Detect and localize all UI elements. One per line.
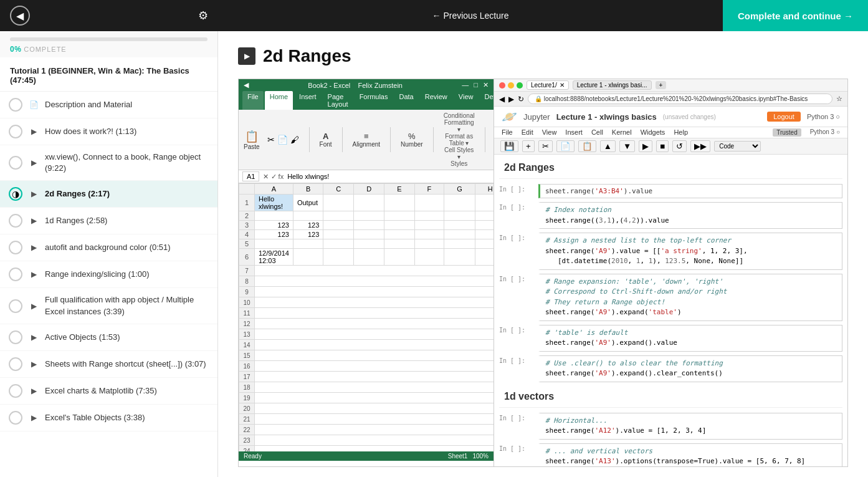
- menu-view[interactable]: View: [542, 128, 557, 137]
- cell-a1[interactable]: Hello xlwings!: [255, 195, 293, 211]
- settings-button[interactable]: ⚙: [198, 9, 208, 22]
- tab-pagelayout[interactable]: Page Layout: [323, 91, 353, 110]
- excel-grid-container[interactable]: A B C D E F G H: [239, 183, 494, 451]
- cell-e2[interactable]: [384, 211, 414, 221]
- cell-f5[interactable]: [414, 239, 444, 249]
- bookmark-icon[interactable]: ☆: [836, 95, 842, 103]
- course-item-10[interactable]: ▶ Sheets with Range shortcut (sheet[...]…: [0, 351, 217, 378]
- copy-cell-btn[interactable]: 📄: [556, 140, 575, 152]
- cell-e3[interactable]: [384, 221, 414, 230]
- browser-refresh-button[interactable]: ↻: [518, 95, 524, 104]
- copy-icon[interactable]: 📄: [277, 135, 288, 145]
- cell-b6[interactable]: [293, 249, 323, 266]
- cell-f3[interactable]: [414, 221, 444, 230]
- cell-c1[interactable]: [323, 195, 354, 211]
- cell-f4[interactable]: [414, 230, 444, 239]
- browser-tab-inactive[interactable]: Lecture 1 - xlwings basi...: [573, 80, 652, 90]
- cell-a3[interactable]: 123: [255, 221, 293, 230]
- cell-b3[interactable]: 123: [293, 221, 323, 230]
- browser-tab-active[interactable]: Lecture1/ ✕: [527, 80, 569, 90]
- cell-styles[interactable]: Cell Styles ▾: [444, 147, 475, 160]
- logout-button[interactable]: Logout: [767, 112, 801, 122]
- course-item-1[interactable]: 📄 Description and Material: [0, 92, 217, 118]
- tab-view[interactable]: View: [454, 91, 479, 110]
- cell-b4[interactable]: 123: [293, 230, 323, 239]
- cell-type-selector[interactable]: Code Markdown: [714, 141, 761, 152]
- move-up-btn[interactable]: ▲: [600, 140, 616, 152]
- cell-g3[interactable]: [444, 221, 475, 230]
- run-all-btn[interactable]: ▶▶: [690, 140, 710, 152]
- cell-f2[interactable]: [414, 211, 444, 221]
- stop-btn[interactable]: ■: [656, 140, 669, 152]
- course-item-6[interactable]: ▶ autofit and background color (0:51): [0, 234, 217, 261]
- code-cell-5[interactable]: # 'table' is default sheet.range('A9').e…: [538, 325, 842, 352]
- code-cell-4[interactable]: # Range expansion: 'table', 'down', 'rig…: [538, 274, 842, 321]
- cell-ref-box[interactable]: A1: [242, 171, 259, 181]
- cell-h4[interactable]: [475, 230, 494, 239]
- restart-btn[interactable]: ↺: [672, 140, 687, 152]
- conditional-format[interactable]: Conditional Formatting ▾: [444, 112, 475, 133]
- course-item-7[interactable]: ▶ Range indexing/slicing (1:00): [0, 261, 217, 288]
- cell-h6[interactable]: [475, 249, 494, 266]
- cell-a6[interactable]: 12/9/2014 12:03: [255, 249, 293, 266]
- cell-d5[interactable]: [354, 239, 384, 249]
- tab-review[interactable]: Review: [420, 91, 452, 110]
- menu-help[interactable]: Help: [674, 128, 688, 137]
- maximize-icon[interactable]: □: [474, 81, 478, 89]
- cell-g5[interactable]: [444, 239, 475, 249]
- url-bar[interactable]: 🔒 localhost:8888/notebooks/Lecture1/Lect…: [528, 94, 832, 104]
- tab-file[interactable]: File: [242, 91, 264, 110]
- cell-d2[interactable]: [354, 211, 384, 221]
- tab-home[interactable]: Home: [265, 91, 293, 110]
- format-painter-icon[interactable]: 🖌: [290, 135, 299, 145]
- paste-cell-btn[interactable]: 📋: [578, 140, 596, 152]
- back-button[interactable]: ◀: [10, 6, 30, 26]
- add-cell-btn[interactable]: +: [522, 140, 535, 152]
- maximize-dot[interactable]: [517, 82, 523, 89]
- format-table[interactable]: Format as Table ▾: [444, 133, 475, 147]
- course-item-3[interactable]: ▶ xw.view(), Connect to a book, Range ob…: [0, 145, 217, 181]
- cell-d4[interactable]: [354, 230, 384, 239]
- course-item-5[interactable]: ▶ 1d Ranges (2:58): [0, 208, 217, 234]
- menu-insert[interactable]: Insert: [565, 128, 583, 137]
- excel-panel[interactable]: ◀ Book2 - Excel Felix Zumstein — □ ✕ Fil…: [238, 79, 494, 467]
- cell-d3[interactable]: [354, 221, 384, 230]
- menu-cell[interactable]: Cell: [591, 128, 603, 137]
- course-item-8[interactable]: ▶ Full qualification with app object / M…: [0, 288, 217, 324]
- bold-button[interactable]: A: [320, 132, 332, 141]
- close-icon[interactable]: ✕: [483, 81, 489, 89]
- cell-c5[interactable]: [323, 239, 354, 249]
- menu-edit[interactable]: Edit: [522, 128, 533, 137]
- align-icon[interactable]: ≡: [353, 132, 380, 141]
- move-down-btn[interactable]: ▼: [619, 140, 635, 152]
- course-item-2[interactable]: ▶ How does it work?! (1:13): [0, 118, 217, 145]
- close-dot[interactable]: [499, 82, 505, 89]
- cut-cell-btn[interactable]: ✂: [538, 140, 553, 152]
- cell-h5[interactable]: [475, 239, 494, 249]
- cell-f1[interactable]: [414, 195, 444, 211]
- code-cell-8[interactable]: # ... and vertical vectors sheet.range('…: [538, 443, 842, 467]
- tab-formulas[interactable]: Formulas: [355, 91, 393, 110]
- new-tab-button[interactable]: +: [656, 81, 667, 89]
- paste-icon[interactable]: 📋: [245, 130, 259, 143]
- cell-e5[interactable]: [384, 239, 414, 249]
- cell-c6[interactable]: [323, 249, 354, 266]
- menu-kernel[interactable]: Kernel: [612, 128, 632, 137]
- cell-g4[interactable]: [444, 230, 475, 239]
- cell-c4[interactable]: [323, 230, 354, 239]
- cell-a2[interactable]: [255, 211, 293, 221]
- browser-forward-button[interactable]: ▶: [508, 95, 514, 104]
- cell-d1[interactable]: [354, 195, 384, 211]
- menu-file[interactable]: File: [502, 128, 513, 137]
- complete-continue-button[interactable]: Complete and continue →: [723, 0, 868, 31]
- cell-d6[interactable]: [354, 249, 384, 266]
- cell-f6[interactable]: [414, 249, 444, 266]
- cell-c2[interactable]: [323, 211, 354, 221]
- number-icon[interactable]: %: [401, 132, 423, 141]
- cell-g6[interactable]: [444, 249, 475, 266]
- cut-icon[interactable]: ✂: [267, 135, 275, 145]
- minimize-dot[interactable]: [508, 82, 514, 89]
- course-item-11[interactable]: ▶ Excel charts & Matplotlib (7:35): [0, 378, 217, 405]
- prev-lecture-button[interactable]: ← Previous Lecture: [432, 11, 509, 21]
- cell-a4[interactable]: 123: [255, 230, 293, 239]
